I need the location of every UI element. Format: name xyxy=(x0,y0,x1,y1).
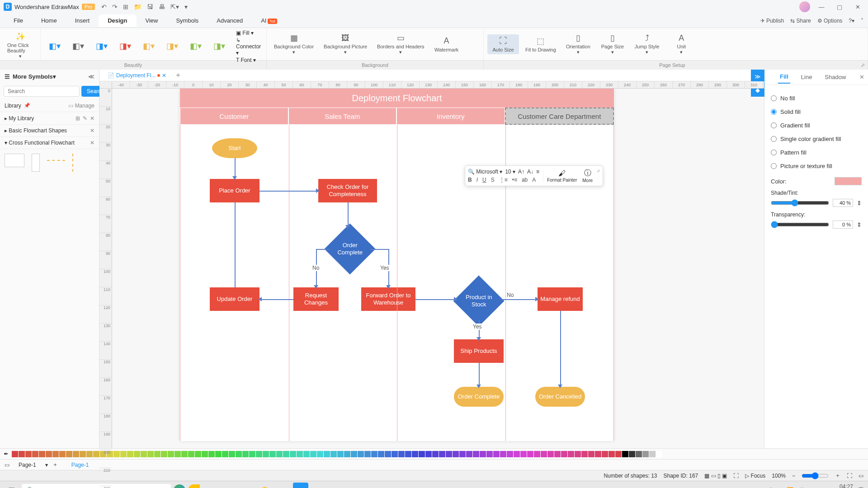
start-button[interactable]: ⊞ xyxy=(4,483,19,488)
theme-swatch-5[interactable]: ◧▾ xyxy=(138,39,159,54)
color-swatch[interactable] xyxy=(134,451,140,457)
underline-icon[interactable]: U xyxy=(482,177,486,183)
shape-forward-order[interactable]: Forward Order to Warehouse xyxy=(361,287,415,311)
color-swatch[interactable] xyxy=(642,451,649,457)
theme-swatch-1[interactable]: ◧▾ xyxy=(44,39,65,54)
theme-swatch-3[interactable]: ◨▾ xyxy=(91,39,112,54)
color-swatch[interactable] xyxy=(398,451,405,457)
radio-single-gradient[interactable] xyxy=(771,136,777,142)
undo-icon[interactable]: ↶ xyxy=(101,3,107,10)
fullscreen-icon[interactable]: ⛶ xyxy=(847,473,852,479)
color-swatch[interactable] xyxy=(127,451,133,457)
zoom-level[interactable]: 100% xyxy=(772,473,786,479)
color-swatch[interactable] xyxy=(629,451,635,457)
qat-more-icon[interactable]: ▾ xyxy=(184,3,188,10)
color-swatch[interactable] xyxy=(52,451,59,457)
color-swatch[interactable] xyxy=(283,451,289,457)
minimize-button[interactable]: — xyxy=(815,4,828,10)
italic-icon[interactable]: I xyxy=(476,177,478,183)
color-swatch[interactable] xyxy=(473,451,479,457)
one-click-beautify-button[interactable]: ✨One Click Beautify ▾ xyxy=(4,30,37,61)
save-icon[interactable]: 🖫 xyxy=(147,3,153,10)
color-swatch[interactable] xyxy=(527,451,533,457)
shape-start[interactable]: Start xyxy=(212,138,257,158)
page[interactable]: Deployment Flowchart Customer Sales Team… xyxy=(180,89,614,441)
add-page-icon[interactable]: ＋ xyxy=(52,461,58,469)
close-section-icon[interactable]: ✕ xyxy=(90,140,94,146)
color-swatch[interactable] xyxy=(120,451,127,457)
color-swatch[interactable] xyxy=(317,451,323,457)
theme-swatch-4[interactable]: ◨▾ xyxy=(115,39,136,54)
color-swatch[interactable] xyxy=(303,451,310,457)
color-swatch[interactable] xyxy=(276,451,283,457)
color-swatch[interactable] xyxy=(581,451,588,457)
color-swatch[interactable] xyxy=(534,451,540,457)
menu-insert[interactable]: Insert xyxy=(66,14,99,27)
tb-edrawmax-icon[interactable]: D xyxy=(293,483,308,488)
color-swatch[interactable] xyxy=(507,451,513,457)
color-swatch[interactable] xyxy=(188,451,194,457)
shape-order-cancelled[interactable]: Order Cancelled xyxy=(535,387,585,407)
color-swatch[interactable] xyxy=(419,451,425,457)
color-swatch[interactable] xyxy=(19,451,25,457)
color-swatch[interactable] xyxy=(66,451,72,457)
color-swatch[interactable] xyxy=(215,451,222,457)
page-size-button[interactable]: ▯Page Size ▾ xyxy=(597,31,628,57)
color-swatch[interactable] xyxy=(12,451,18,457)
radio-pattern-fill[interactable] xyxy=(771,150,777,155)
color-swatch[interactable] xyxy=(385,451,391,457)
color-swatch[interactable] xyxy=(351,451,357,457)
zoom-in-icon[interactable]: ＋ xyxy=(835,472,840,479)
page-tab-1[interactable]: Page-1 xyxy=(14,461,41,469)
color-swatch[interactable] xyxy=(39,451,45,457)
tray-time[interactable]: 04:27 xyxy=(826,484,853,488)
close-lib-icon[interactable]: ✕ xyxy=(90,115,94,122)
bg-picture-button[interactable]: 🖼Background Picture ▾ xyxy=(320,31,371,57)
menu-symbols[interactable]: Symbols xyxy=(167,14,208,27)
more-icon[interactable]: ⓘ xyxy=(582,169,593,178)
taskbar-search[interactable]: 🔍 Type here to search xyxy=(22,484,171,488)
color-swatch[interactable] xyxy=(520,451,527,457)
help-icon[interactable]: ?▾ xyxy=(849,18,854,24)
zoom-slider[interactable] xyxy=(802,472,829,479)
color-swatch[interactable] xyxy=(208,451,215,457)
eyedropper-icon[interactable]: ✒ xyxy=(4,450,9,457)
color-swatch[interactable] xyxy=(86,451,93,457)
section-basic-flowchart[interactable]: ▸ Basic Flowchart Shapes xyxy=(5,127,67,134)
menu-view[interactable]: View xyxy=(137,14,167,27)
transparency-value[interactable]: 0 % xyxy=(833,221,853,229)
color-swatch[interactable] xyxy=(602,451,608,457)
shape-swimlane-h[interactable] xyxy=(5,154,24,167)
color-swatch[interactable] xyxy=(113,451,120,457)
color-swatch[interactable] xyxy=(425,451,432,457)
open-icon[interactable]: 📁 xyxy=(134,3,142,10)
radio-gradient-fill[interactable] xyxy=(771,122,777,128)
transparency-stepper[interactable]: ⇕ xyxy=(857,221,862,228)
color-swatch[interactable] xyxy=(575,451,581,457)
color-swatch[interactable] xyxy=(541,451,547,457)
color-swatch[interactable] xyxy=(73,451,79,457)
library-label[interactable]: Library xyxy=(5,103,21,109)
color-swatch[interactable] xyxy=(446,451,452,457)
transparency-slider[interactable] xyxy=(771,221,829,228)
color-swatch[interactable] xyxy=(195,451,201,457)
menu-advanced[interactable]: Advanced xyxy=(208,14,252,27)
tb-taskview-icon[interactable]: ⊞ xyxy=(203,483,218,488)
color-swatch[interactable] xyxy=(392,451,398,457)
text-icon[interactable]: ab xyxy=(522,177,528,183)
color-swatch[interactable] xyxy=(181,451,188,457)
maximize-button[interactable]: ▢ xyxy=(833,4,846,10)
watermark-button[interactable]: AWatermark xyxy=(431,34,462,54)
publish-link[interactable]: ✈ Publish xyxy=(760,18,784,24)
lane-inventory[interactable]: Inventory xyxy=(396,108,505,125)
flowchart-title[interactable]: Deployment Flowchart xyxy=(180,89,614,108)
color-swatch[interactable] xyxy=(141,451,147,457)
font-size-select[interactable]: 10 ▾ xyxy=(505,169,515,175)
sidebar-header[interactable]: ☰ More Symbols▾≪ xyxy=(0,70,99,83)
color-swatch[interactable] xyxy=(636,451,642,457)
color-swatch[interactable] xyxy=(378,451,384,457)
increase-font-icon[interactable]: A↑ xyxy=(518,169,524,175)
tb-explorer-icon[interactable]: 📁 xyxy=(239,483,254,488)
floating-format-toolbar[interactable]: 🔍 Microsoft ▾ 10 ▾ A↑ A↓ ≡ B I U S ⋮≡ •≡… xyxy=(465,165,603,186)
color-swatch[interactable] xyxy=(168,451,174,457)
